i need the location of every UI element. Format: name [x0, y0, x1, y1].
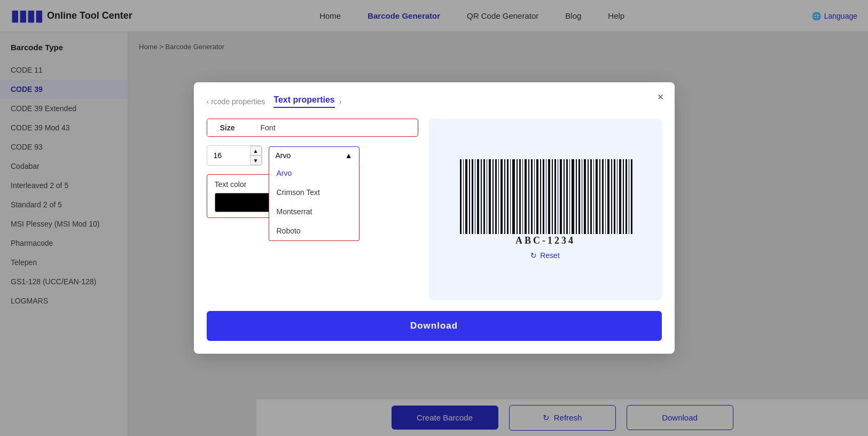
font-select-trigger[interactable]: Arvo ▲ [269, 146, 359, 165]
barcode-preview-panel: ABC-1234 ↻ Reset [429, 119, 662, 300]
svg-rect-14 [501, 159, 503, 234]
svg-rect-56 [625, 159, 627, 234]
svg-rect-27 [540, 159, 541, 234]
svg-rect-40 [578, 159, 580, 234]
svg-rect-1 [463, 159, 464, 234]
svg-rect-20 [519, 159, 521, 234]
svg-rect-43 [588, 159, 589, 234]
svg-rect-41 [582, 159, 582, 234]
svg-rect-3 [469, 159, 470, 234]
tab-text-properties[interactable]: Text properties [273, 95, 334, 108]
svg-rect-44 [590, 159, 592, 234]
svg-rect-55 [623, 159, 624, 234]
svg-text:ABC-1234: ABC-1234 [515, 235, 575, 245]
prev-tab-label: rcode properties [211, 97, 265, 106]
svg-rect-37 [569, 159, 570, 234]
svg-rect-46 [596, 159, 598, 234]
svg-rect-29 [546, 159, 546, 234]
svg-rect-45 [593, 159, 594, 234]
svg-rect-58 [631, 159, 632, 234]
svg-rect-57 [629, 159, 629, 234]
reset-button[interactable]: ↻ Reset [530, 251, 560, 260]
svg-rect-50 [607, 159, 609, 234]
modal: × ‹ rcode properties Text properties › S… [194, 82, 675, 354]
svg-rect-53 [617, 159, 617, 234]
svg-rect-25 [534, 159, 535, 234]
svg-rect-36 [566, 159, 568, 234]
svg-rect-22 [525, 159, 527, 234]
modal-tabs: ‹ rcode properties Text properties › [207, 95, 662, 108]
size-decrement-button[interactable]: ▼ [250, 155, 262, 165]
reset-icon: ↻ [530, 251, 537, 260]
size-increment-button[interactable]: ▲ [250, 146, 262, 155]
svg-rect-52 [614, 159, 615, 234]
reset-label: Reset [540, 251, 560, 260]
size-input[interactable] [207, 147, 250, 164]
svg-rect-54 [619, 159, 621, 234]
modal-download-button[interactable]: Download [207, 311, 662, 341]
svg-rect-13 [498, 159, 499, 234]
svg-rect-0 [460, 159, 462, 234]
font-select-wrap: Arvo ▲ Arvo Crimson Text Montserrat Robo… [269, 146, 359, 165]
svg-rect-28 [543, 159, 544, 234]
font-option-roboto[interactable]: Roboto [269, 221, 359, 240]
svg-rect-34 [560, 159, 562, 234]
font-option-crimson[interactable]: Crimson Text [269, 183, 359, 202]
size-font-row: ▲ ▼ Arvo ▲ Arvo Crimson Text M [207, 145, 418, 166]
svg-rect-31 [552, 159, 553, 234]
svg-rect-15 [504, 159, 505, 234]
svg-rect-47 [599, 159, 600, 234]
font-dropdown: Arvo Crimson Text Montserrat Roboto [269, 164, 359, 241]
font-option-arvo[interactable]: Arvo [269, 164, 359, 183]
svg-rect-9 [487, 159, 487, 234]
svg-rect-17 [510, 159, 511, 234]
svg-rect-21 [522, 159, 523, 234]
chevron-up-icon: ▲ [345, 151, 353, 160]
svg-rect-38 [572, 159, 574, 234]
svg-rect-10 [489, 159, 491, 234]
section-tabs: Size Font [207, 119, 418, 137]
svg-rect-33 [558, 159, 558, 234]
svg-rect-4 [472, 159, 473, 234]
svg-rect-24 [531, 159, 533, 234]
modal-close-button[interactable]: × [658, 91, 664, 103]
svg-rect-18 [512, 159, 515, 234]
tab-font[interactable]: Font [248, 119, 288, 136]
chevron-left-icon: ‹ [207, 97, 209, 106]
svg-rect-42 [584, 159, 586, 234]
svg-rect-23 [528, 159, 529, 234]
svg-rect-48 [602, 159, 604, 234]
size-spinners: ▲ ▼ [250, 146, 262, 165]
svg-rect-5 [475, 159, 475, 234]
svg-rect-51 [611, 159, 612, 234]
svg-rect-35 [564, 159, 565, 234]
svg-rect-16 [507, 159, 509, 234]
svg-rect-11 [492, 159, 494, 234]
svg-rect-7 [481, 159, 482, 234]
chevron-right-icon[interactable]: › [339, 97, 342, 106]
modal-left-panel: Size Font ▲ ▼ [207, 119, 418, 300]
font-option-montserrat[interactable]: Montserrat [269, 202, 359, 221]
svg-rect-8 [483, 159, 485, 234]
svg-rect-49 [605, 159, 606, 234]
svg-rect-2 [465, 159, 467, 234]
svg-rect-39 [576, 159, 577, 234]
modal-overlay[interactable]: × ‹ rcode properties Text properties › S… [0, 0, 868, 436]
svg-rect-30 [548, 159, 550, 234]
svg-rect-19 [517, 159, 518, 234]
tab-size[interactable]: Size [207, 119, 248, 136]
svg-rect-6 [477, 159, 479, 234]
svg-rect-12 [495, 159, 497, 234]
modal-body: Size Font ▲ ▼ [207, 119, 662, 300]
svg-rect-32 [554, 159, 556, 234]
svg-rect-26 [536, 159, 538, 234]
barcode-preview-svg: ABC-1234 [455, 159, 636, 245]
tab-barcode-properties[interactable]: ‹ rcode properties [207, 97, 265, 106]
font-selected-label: Arvo [276, 151, 291, 160]
